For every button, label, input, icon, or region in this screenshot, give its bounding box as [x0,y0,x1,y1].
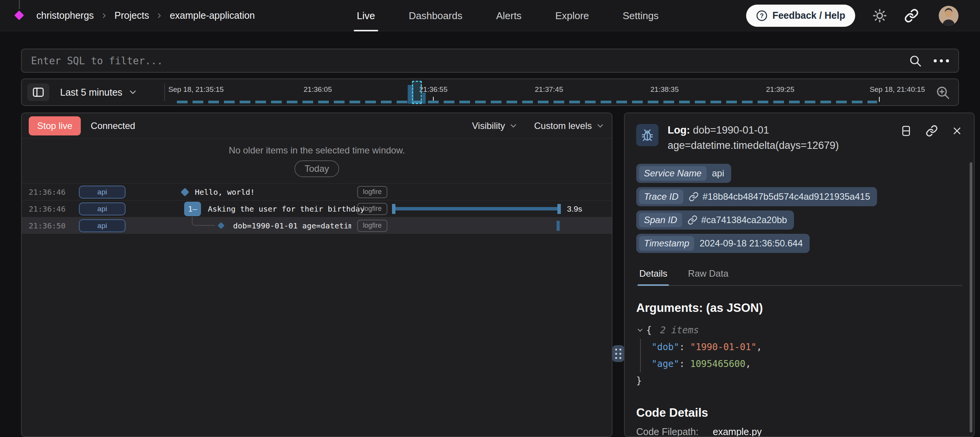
timeline-tick: 21:37:45 [535,85,563,94]
close-panel-button[interactable] [952,126,962,136]
log-row[interactable]: 21:36:46 api 1– Asking the user for thei… [22,200,612,217]
tab-dashboards[interactable]: Dashboards [409,0,462,31]
timeline-tick: 21:39:25 [766,85,794,94]
feedback-help-button[interactable]: ? Feedback / Help [746,5,855,27]
sql-filter-input[interactable] [31,55,908,67]
connection-status: Connected [91,121,135,131]
timeline-histogram-baseline[interactable] [177,101,877,103]
service-badge[interactable]: api [79,186,126,199]
tab-explore[interactable]: Explore [555,0,589,31]
log-time-marker [557,221,560,231]
tick-mark [879,97,880,102]
search-icon[interactable] [908,54,922,68]
scope-badge[interactable]: logfire [357,203,387,215]
visibility-label: Visibility [472,121,505,131]
service-badge[interactable]: api [79,202,126,215]
breadcrumb-org[interactable]: christophergs [36,10,94,21]
user-avatar[interactable] [939,6,959,26]
sun-icon [872,8,887,23]
timeline-bar: Last 5 minutes Sep 18, 21:35:15 21:36:05… [21,78,959,106]
log-detail-panel: Log: dob=1990-01-01 age=datetime.timedel… [624,113,975,437]
bug-icon [640,128,655,142]
scope-badge[interactable]: logfire [357,186,387,198]
main-nav: Live Dashboards Alerts Explore Settings [357,0,658,31]
sidebar-toggle-button[interactable] [27,83,49,101]
scrollbar-thumb[interactable] [970,162,972,432]
breadcrumb-projects[interactable]: Projects [114,10,149,21]
header-actions: ? Feedback / Help [746,5,959,27]
divider [164,83,165,101]
close-icon [952,126,962,136]
span-duration-bar[interactable] [392,204,561,214]
code-filepath-row: Code Filepath: example.py [636,426,962,437]
today-button[interactable]: Today [294,160,339,177]
visibility-dropdown[interactable]: Visibility [472,121,518,131]
timeline-tick: 21:38:35 [650,85,679,94]
badge-label: Span ID [639,213,682,227]
timeline-selected-range[interactable] [412,81,422,104]
link-icon [689,192,699,202]
log-kind-label: Log: [668,124,690,136]
scope-badge[interactable]: logfire [357,220,387,232]
logo-stem [19,0,20,9]
detail-title-line1: dob=1990-01-01 [693,124,769,136]
log-timestamp: 21:36:50 [29,221,65,230]
copy-link-button[interactable] [926,125,938,137]
tree-connector [192,217,215,226]
tab-raw-data[interactable]: Raw Data [686,264,730,285]
json-key: "dob" [652,342,679,352]
svg-text:?: ? [760,12,764,19]
collapse-caret-icon[interactable] [636,326,644,334]
trace-id-badge[interactable]: Trace ID #18b84cb4847b5d574c4ad9121935a4… [636,187,877,206]
collapse-children-badge[interactable]: 1– [184,202,201,216]
tab-live[interactable]: Live [357,0,375,31]
log-timestamp: 21:36:46 [29,204,65,214]
timestamp-badge: Timestamp 2024-09-18 21:36:50.644 [636,234,810,253]
filter-actions [908,54,949,68]
log-message: Hello, world! [195,188,255,197]
span-id-badge[interactable]: Span ID #ca741384ca2a20bb [636,210,794,230]
more-options-icon[interactable] [934,59,949,62]
timeline-tick: 21:36:05 [304,85,332,94]
logfire-logo-icon[interactable] [14,10,24,20]
span-id-value: #ca741384ca2a20bb [701,215,787,225]
panel-resize-handle[interactable] [612,345,624,362]
chevron-down-icon [509,121,518,130]
tab-settings[interactable]: Settings [623,0,659,31]
link-icon [904,8,919,23]
custom-levels-dropdown[interactable]: Custom levels [534,121,605,131]
split-panel-icon [900,125,912,137]
log-kind-icon-box [636,124,658,146]
timestamp-value: 2024-09-18 21:36:50.644 [699,238,803,249]
detail-tabs: Details Raw Data [636,264,962,286]
sql-filter-bar [21,49,959,73]
top-navbar: christophergs Projects example-applicati… [0,0,980,31]
badge-label: Timestamp [639,236,694,251]
chevron-right-icon [100,11,108,20]
service-badge[interactable]: api [79,219,126,232]
split-view-button[interactable] [900,125,912,137]
detail-header: Log: dob=1990-01-01 age=datetime.timedel… [636,122,962,153]
chevron-right-icon [155,11,163,20]
log-message: dob=1990-01-01 age=datetime.timede [233,221,351,230]
timeline-zoom-button[interactable] [935,85,951,100]
theme-toggle-button[interactable] [872,8,887,23]
stop-live-button[interactable]: Stop live [29,116,81,135]
time-range-dropdown[interactable]: Last 5 minutes [60,79,138,105]
json-close-brace: } [636,372,962,389]
feedback-help-label: Feedback / Help [773,10,845,21]
tab-details[interactable]: Details [638,264,669,286]
log-row[interactable]: 21:36:46 api Hello, world! logfire [22,183,612,200]
log-row-selected[interactable]: 21:36:50 api dob=1990-01-01 age=datetime… [22,217,612,234]
live-controls: Stop live Connected Visibility Custom le… [22,113,612,139]
share-link-button[interactable] [904,8,919,23]
timeline-histogram-bar[interactable] [422,93,426,104]
breadcrumb: christophergs Projects example-applicati… [36,10,255,21]
badge-label: Trace ID [639,189,683,204]
service-name-badge: Service Name api [636,164,731,183]
tab-alerts[interactable]: Alerts [496,0,521,31]
empty-state: No older items in the selected time wind… [22,139,612,183]
detail-badges: Service Name api Trace ID #18b84cb4847b5… [636,164,962,253]
breadcrumb-project[interactable]: example-application [170,10,255,21]
custom-levels-label: Custom levels [534,121,592,131]
